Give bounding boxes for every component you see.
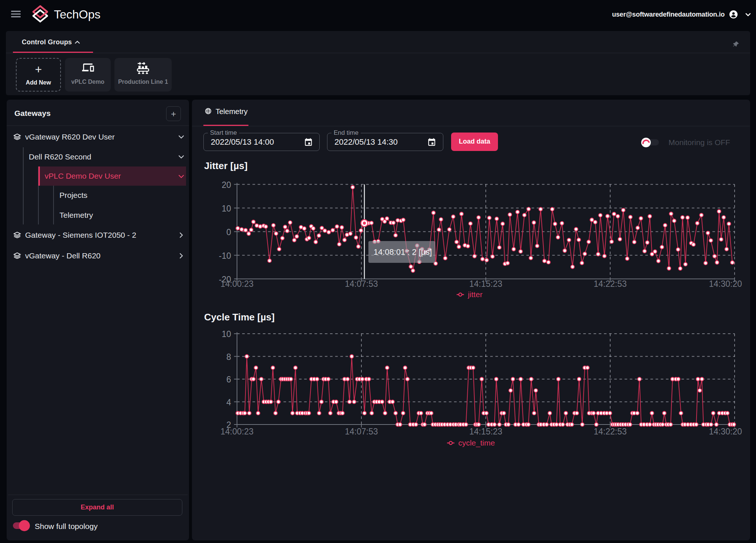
svg-text:14:00:23: 14:00:23 [220, 427, 254, 436]
svg-text:14:30:20: 14:30:20 [709, 279, 742, 289]
svg-text:14:08:01 : 2 [µs]: 14:08:01 : 2 [µs] [374, 247, 432, 257]
svg-text:14:22:53: 14:22:53 [594, 427, 627, 436]
svg-text:14:15:23: 14:15:23 [469, 279, 502, 289]
svg-text:-10: -10 [219, 251, 231, 261]
svg-text:20: 20 [221, 180, 231, 190]
svg-text:10: 10 [221, 329, 231, 339]
svg-text:8: 8 [226, 352, 231, 362]
svg-text:14:07:53: 14:07:53 [345, 427, 378, 436]
svg-text:14:22:53: 14:22:53 [594, 279, 627, 289]
svg-text:14:30:20: 14:30:20 [709, 427, 742, 436]
svg-text:14:07:53: 14:07:53 [345, 279, 378, 289]
svg-text:10: 10 [221, 204, 231, 213]
svg-text:0: 0 [226, 227, 231, 237]
svg-text:14:15:23: 14:15:23 [469, 427, 502, 436]
svg-text:14:00:23: 14:00:23 [220, 279, 254, 289]
svg-text:4: 4 [226, 398, 231, 407]
svg-text:6: 6 [226, 375, 231, 384]
